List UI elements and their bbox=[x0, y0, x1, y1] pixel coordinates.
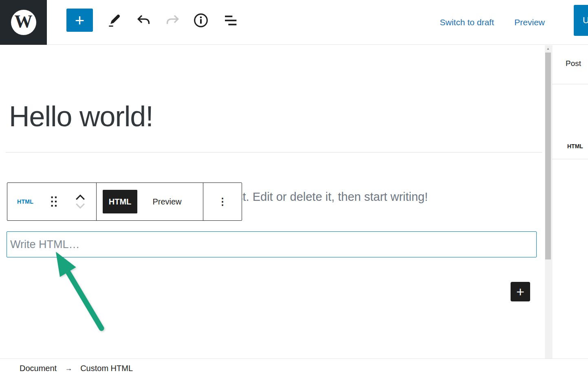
top-bar-actions: Switch to draft Preview bbox=[440, 0, 545, 45]
chevron-up-icon bbox=[74, 194, 86, 200]
vertical-scrollbar[interactable]: ▲ bbox=[545, 45, 551, 358]
block-toolbar: HTML bbox=[7, 182, 242, 221]
details-button[interactable] bbox=[193, 12, 209, 29]
breadcrumb-arrow-icon: → bbox=[65, 364, 72, 373]
breadcrumb-document[interactable]: Document bbox=[20, 364, 57, 373]
list-view-button[interactable] bbox=[223, 12, 239, 29]
settings-sidebar: Post HTML bbox=[552, 45, 588, 358]
block-toolbar-meta-group: HTML bbox=[7, 183, 96, 220]
drag-handle-icon bbox=[50, 196, 58, 208]
preview-mode-tab[interactable]: Preview bbox=[137, 190, 197, 213]
write-html-input[interactable] bbox=[7, 231, 537, 257]
editor-canvas: Hello world! st. Edit or delete it, then… bbox=[0, 45, 545, 358]
undo-icon bbox=[135, 13, 152, 28]
breadcrumb-bar: Document → Custom HTML bbox=[0, 358, 588, 378]
tab-post[interactable]: Post bbox=[552, 45, 588, 84]
post-title[interactable]: Hello world! bbox=[9, 100, 153, 133]
scrollbar-up-arrow[interactable]: ▲ bbox=[545, 45, 551, 52]
html-mode-tab[interactable]: HTML bbox=[103, 190, 137, 213]
block-card-title: HTML bbox=[567, 143, 583, 149]
custom-html-block bbox=[7, 231, 537, 257]
list-view-icon bbox=[223, 12, 239, 29]
move-block-up-button[interactable] bbox=[74, 193, 86, 201]
move-block-down-button[interactable] bbox=[74, 202, 86, 210]
switch-to-draft-button[interactable]: Switch to draft bbox=[440, 18, 494, 27]
scrollbar-thumb[interactable] bbox=[545, 53, 551, 259]
wordpress-logo-icon: W bbox=[11, 10, 36, 35]
block-inserter-toggle-button[interactable]: + bbox=[66, 9, 93, 32]
update-button[interactable]: U bbox=[574, 5, 588, 36]
edit-mode-button[interactable] bbox=[106, 12, 122, 29]
block-options-button[interactable]: ⋮ bbox=[218, 197, 227, 207]
preview-button[interactable]: Preview bbox=[514, 18, 545, 27]
block-drag-handle[interactable] bbox=[50, 196, 58, 208]
title-divider bbox=[6, 152, 542, 153]
undo-button[interactable] bbox=[135, 12, 152, 29]
chevron-down-icon bbox=[74, 203, 86, 209]
add-block-button[interactable]: + bbox=[511, 282, 530, 301]
block-switcher-button[interactable]: HTML bbox=[17, 198, 33, 205]
editor-top-bar: W + Switch t bbox=[0, 0, 588, 45]
block-options-group: ⋮ bbox=[203, 183, 242, 220]
html-mode-switcher: HTML Preview bbox=[97, 183, 203, 220]
breadcrumb-custom-html[interactable]: Custom HTML bbox=[80, 364, 133, 373]
redo-button[interactable] bbox=[165, 12, 181, 29]
block-card: HTML bbox=[552, 85, 588, 159]
paragraph-block-text[interactable]: st. Edit or delete it, then start writin… bbox=[237, 190, 428, 204]
wordpress-logo-button[interactable]: W bbox=[0, 0, 47, 45]
info-icon bbox=[193, 11, 209, 29]
block-mover bbox=[74, 193, 86, 210]
redo-icon bbox=[165, 13, 181, 28]
pencil-icon bbox=[106, 13, 122, 28]
